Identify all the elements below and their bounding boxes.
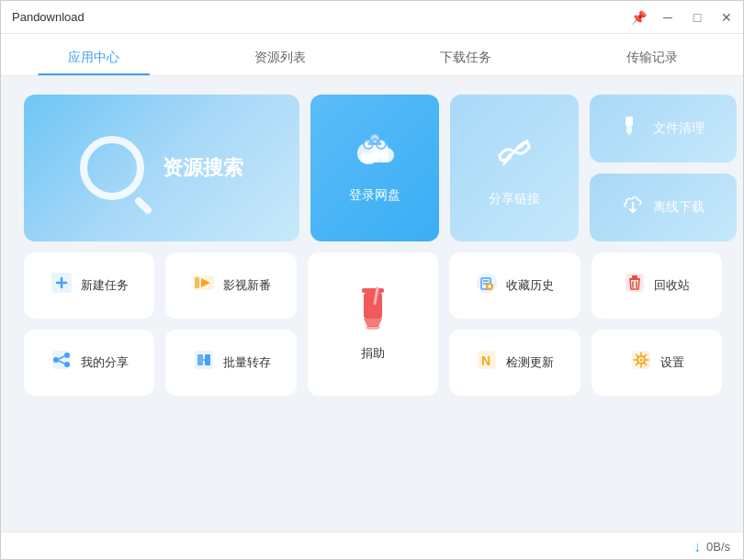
tab-download-task[interactable]: 下载任务 bbox=[373, 50, 559, 75]
settings-icon bbox=[629, 348, 653, 377]
my-share-label: 我的分享 bbox=[81, 354, 129, 371]
cloud-download-icon bbox=[622, 194, 644, 221]
svg-point-19 bbox=[366, 326, 380, 330]
minimize-button[interactable]: ─ bbox=[660, 10, 675, 25]
svg-rect-11 bbox=[626, 126, 632, 133]
media-icon bbox=[192, 271, 216, 300]
close-button[interactable]: ✕ bbox=[719, 10, 734, 25]
svg-point-34 bbox=[64, 353, 70, 358]
card-settings[interactable]: 设置 bbox=[592, 330, 722, 396]
tab-app-center[interactable]: 应用中心 bbox=[1, 50, 187, 75]
tab-transfer-record[interactable]: 传输记录 bbox=[559, 50, 745, 75]
card-new-media[interactable]: 影视新番 bbox=[165, 252, 296, 319]
card-my-share[interactable]: 我的分享 bbox=[24, 330, 154, 396]
pin-button[interactable]: 📌 bbox=[631, 10, 646, 25]
svg-rect-3 bbox=[361, 153, 389, 162]
share-icon bbox=[50, 348, 73, 377]
card-file-cleaning[interactable]: 文件清理 bbox=[590, 95, 737, 162]
app-title: Pandownload bbox=[12, 10, 85, 24]
broom-icon bbox=[622, 115, 644, 142]
favorites-label: 收藏历史 bbox=[506, 277, 554, 294]
recycle-label: 回收站 bbox=[654, 277, 690, 294]
svg-point-36 bbox=[64, 362, 70, 367]
svg-rect-41 bbox=[205, 354, 210, 365]
link-icon bbox=[492, 129, 536, 182]
card-new-task[interactable]: 新建任务 bbox=[24, 252, 154, 319]
download-speed-icon: ↓ bbox=[693, 539, 701, 555]
card-favorites[interactable]: 收藏历史 bbox=[449, 252, 580, 319]
svg-rect-30 bbox=[632, 275, 637, 278]
donate-label: 捐助 bbox=[361, 345, 385, 362]
svg-rect-29 bbox=[629, 278, 640, 280]
svg-text:N: N bbox=[481, 353, 490, 368]
cloud-icon bbox=[352, 133, 398, 178]
update-icon: N bbox=[475, 348, 499, 377]
tab-resource-list[interactable]: 资源列表 bbox=[187, 50, 374, 75]
resource-search-label: 资源搜索 bbox=[163, 154, 243, 182]
right-column: 文件清理 离线下载 bbox=[590, 95, 737, 241]
search-icon bbox=[80, 136, 144, 200]
svg-point-47 bbox=[639, 359, 642, 362]
new-task-icon bbox=[50, 271, 73, 300]
login-cloud-label: 登录网盘 bbox=[349, 187, 400, 204]
app-window: Pandownload 📌 ─ □ ✕ 应用中心 资源列表 下载任务 传输记录 bbox=[1, 1, 744, 560]
window-controls: 📌 ─ □ ✕ bbox=[631, 10, 734, 25]
title-bar: Pandownload 📌 ─ □ ✕ bbox=[1, 1, 744, 34]
batch-icon bbox=[192, 348, 216, 377]
donate-icon bbox=[355, 286, 391, 340]
bottom-grid: 新建任务 影视新番 bbox=[24, 252, 722, 396]
card-login-cloud[interactable]: 登录网盘 bbox=[310, 95, 439, 241]
offline-download-label: 离线下载 bbox=[653, 199, 705, 216]
file-cleaning-label: 文件清理 bbox=[653, 120, 705, 137]
recycle-icon bbox=[623, 271, 647, 300]
svg-rect-16 bbox=[195, 277, 199, 288]
batch-transfer-label: 批量转存 bbox=[223, 354, 271, 371]
card-donate[interactable]: 捐助 bbox=[308, 252, 438, 396]
check-update-label: 检测更新 bbox=[506, 354, 554, 371]
status-bar: ↓ 0B/s bbox=[1, 532, 744, 560]
svg-point-35 bbox=[53, 357, 59, 363]
share-link-label: 分享链接 bbox=[489, 191, 540, 207]
svg-rect-10 bbox=[626, 117, 633, 126]
maximize-button[interactable]: □ bbox=[690, 10, 705, 25]
card-batch-transfer[interactable]: 批量转存 bbox=[165, 330, 296, 396]
main-content: 资源搜索 bbox=[1, 76, 744, 414]
new-task-label: 新建任务 bbox=[81, 277, 129, 294]
svg-rect-40 bbox=[197, 354, 203, 365]
nav-tabs: 应用中心 资源列表 下载任务 传输记录 bbox=[1, 34, 744, 76]
settings-label: 设置 bbox=[660, 354, 684, 371]
new-media-label: 影视新番 bbox=[223, 277, 271, 294]
svg-rect-17 bbox=[362, 288, 384, 293]
svg-rect-18 bbox=[364, 293, 382, 319]
favorites-icon bbox=[475, 271, 499, 300]
card-share-link[interactable]: 分享链接 bbox=[450, 95, 579, 241]
card-check-update[interactable]: N 检测更新 bbox=[449, 330, 580, 396]
top-row: 资源搜索 bbox=[24, 95, 722, 241]
download-speed: 0B/s bbox=[706, 540, 730, 554]
card-offline-download[interactable]: 离线下载 bbox=[590, 174, 737, 241]
card-resource-search[interactable]: 资源搜索 bbox=[24, 95, 299, 241]
card-recycle[interactable]: 回收站 bbox=[592, 252, 722, 319]
